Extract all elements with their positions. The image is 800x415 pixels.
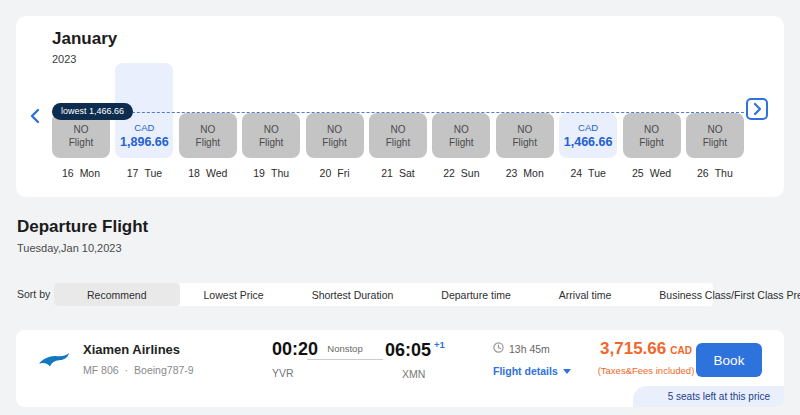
nonstop-label: Nonstop: [307, 343, 383, 354]
day-cell: NO Flight: [686, 113, 744, 158]
departure-flight-title: Departure Flight: [17, 217, 148, 237]
calendar-year: 2023: [52, 53, 76, 65]
seats-left-banner: 5 seats left at this price: [633, 386, 784, 407]
calendar-day-19[interactable]: NO Flight 19Thu: [242, 113, 300, 179]
day-cell: NO Flight: [496, 113, 554, 158]
calendar-day-26[interactable]: NO Flight 26Thu: [686, 113, 744, 179]
day-label: 22Sun: [432, 167, 490, 179]
stops-block: Nonstop: [307, 343, 383, 360]
sort-tab-arrival-time[interactable]: Arrival time: [535, 283, 636, 306]
duration-text: 13h 45m: [509, 343, 550, 355]
xiamen-airlines-logo-icon: [38, 350, 70, 372]
day-cell: NO Flight: [242, 113, 300, 158]
departure-airport: YVR: [272, 367, 318, 379]
day-label: 18Wed: [179, 167, 237, 179]
flight-details-link[interactable]: Flight details: [493, 365, 571, 377]
separator-dot: ·: [125, 364, 129, 376]
day-cell: CAD 1,466.66: [559, 113, 617, 158]
sort-bar: Recommend Lowest Price Shortest Duration…: [54, 283, 713, 306]
day-label: 25Wed: [623, 167, 681, 179]
day-label: 16Mon: [52, 167, 110, 179]
aircraft-type: Boeing787-9: [134, 364, 194, 376]
day-cell: NO Flight: [623, 113, 681, 158]
day-label: 26Thu: [686, 167, 744, 179]
price-amount: 3,715.66: [600, 339, 666, 358]
sort-tab-recommend[interactable]: Recommend: [54, 283, 180, 306]
day-label: 19Thu: [242, 167, 300, 179]
calendar-day-23[interactable]: NO Flight 23Mon: [496, 113, 554, 179]
book-button[interactable]: Book: [696, 343, 762, 377]
arrival-time-block: 06:05+1 XMN: [385, 339, 445, 380]
day-cell: NO Flight: [369, 113, 427, 158]
chevron-left-icon[interactable]: [26, 106, 46, 126]
flight-number-aircraft: MF 806 · Boeing787-9: [83, 364, 194, 376]
caret-down-icon: [563, 369, 571, 374]
price-currency: CAD: [670, 345, 692, 356]
duration-row: 13h 45m: [493, 342, 571, 355]
sort-tab-business-first-class[interactable]: Business Class/First Class Preferred: [635, 283, 800, 306]
lowest-price-badge: lowest 1,466.66: [52, 103, 133, 120]
flight-result-card: Xiamen Airlines MF 806 · Boeing787-9 00:…: [16, 330, 784, 407]
arrival-airport: XMN: [385, 368, 445, 380]
day-label: 20Fri: [306, 167, 364, 179]
calendar-day-21[interactable]: NO Flight 21Sat: [369, 113, 427, 179]
flight-number: MF 806: [83, 364, 119, 376]
day-label: 21Sat: [369, 167, 427, 179]
calendar-day-17-selected[interactable]: CAD 1,896.66 17Tue: [115, 113, 173, 179]
calendar-day-24[interactable]: CAD 1,466.66 24Tue: [559, 113, 617, 179]
tax-note: (Taxes&Fees included): [590, 365, 702, 376]
lowest-price-dashed-line: [52, 112, 744, 113]
departure-date: Tuesday,Jan 10,2023: [17, 242, 122, 254]
fare-calendar-panel: January 2023 lowest 1,466.66 NO Flight 1…: [16, 16, 784, 197]
sort-tab-departure-time[interactable]: Departure time: [417, 283, 534, 306]
sort-by-label: Sort by: [17, 288, 50, 300]
day-cell: NO Flight: [432, 113, 490, 158]
day-cell: NO Flight: [179, 113, 237, 158]
calendar-day-18[interactable]: NO Flight 18Wed: [179, 113, 237, 179]
day-label: 17Tue: [115, 167, 173, 179]
day-cell: NO Flight: [306, 113, 364, 158]
day-label: 23Mon: [496, 167, 554, 179]
airline-name: Xiamen Airlines: [83, 342, 180, 357]
chevron-right-icon[interactable]: [746, 98, 768, 120]
duration-details-block: 13h 45m Flight details: [493, 342, 571, 377]
arrival-time: 06:05+1: [385, 339, 445, 361]
route-line: [307, 359, 383, 360]
clock-icon: [493, 342, 504, 355]
flight-booking-page: January 2023 lowest 1,466.66 NO Flight 1…: [0, 0, 800, 415]
calendar-days-row: NO Flight 16Mon CAD 1,896.66 17Tue: [52, 113, 744, 179]
calendar-day-22[interactable]: NO Flight 22Sun: [432, 113, 490, 179]
calendar-month: January: [52, 29, 117, 49]
calendar-day-16[interactable]: NO Flight 16Mon: [52, 113, 110, 179]
plus-one-day: +1: [434, 339, 445, 350]
sort-tab-shortest-duration[interactable]: Shortest Duration: [288, 283, 418, 306]
price-block: 3,715.66CAD (Taxes&Fees included): [590, 339, 702, 376]
price-row: 3,715.66CAD: [590, 339, 702, 359]
sort-tab-lowest-price[interactable]: Lowest Price: [180, 283, 288, 306]
day-label: 24Tue: [559, 167, 617, 179]
calendar-day-20[interactable]: NO Flight 20Fri: [306, 113, 364, 179]
calendar-day-25[interactable]: NO Flight 25Wed: [623, 113, 681, 179]
